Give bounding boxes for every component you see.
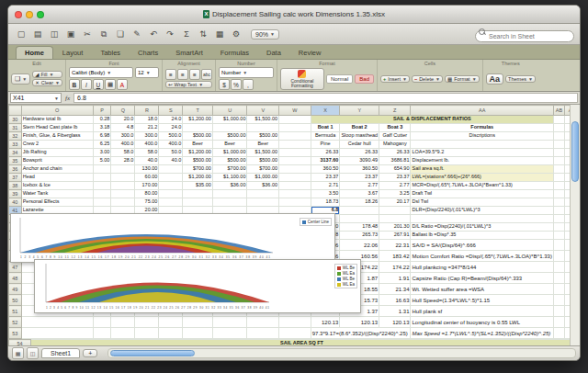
cell[interactable]: 400.0: [111, 141, 135, 149]
cell[interactable]: 5.00: [93, 157, 111, 165]
cell[interactable]: [159, 317, 183, 328]
clear-button[interactable]: ✕Clear▼: [32, 79, 62, 86]
copy-icon[interactable]: ⧉: [96, 28, 111, 41]
cell[interactable]: Boat 1: [311, 124, 340, 132]
cell-style-normal[interactable]: Normal: [326, 74, 353, 84]
percent-format-button[interactable]: %: [231, 79, 242, 90]
row-header-51[interactable]: 51: [9, 306, 22, 317]
cell[interactable]: 40.0: [159, 157, 183, 165]
cell[interactable]: 1.31: [379, 306, 411, 317]
cell[interactable]: Hull plank sf: [411, 306, 553, 317]
hull-sections-chart[interactable]: 1 2 3 4 5 6 7 8 9 10 11 12 13 14 15 16 1…: [10, 213, 335, 263]
cell[interactable]: Motion Comfort Ratio =Disp/(.65*(.7LWL+.…: [411, 251, 553, 262]
redo-icon[interactable]: ↷: [163, 28, 177, 41]
cell[interactable]: 26.33: [379, 149, 411, 157]
cell[interactable]: 21.2: [135, 124, 159, 132]
paste-icon[interactable]: ❏: [113, 28, 128, 41]
cell[interactable]: [159, 174, 183, 182]
col-header-Q[interactable]: Q: [111, 106, 135, 116]
minimize-button[interactable]: [26, 11, 33, 18]
cell[interactable]: [553, 174, 564, 182]
cell[interactable]: [212, 317, 247, 328]
cell[interactable]: Boat 3: [379, 124, 411, 132]
cell[interactable]: [379, 215, 411, 223]
cell[interactable]: Longitudinal center of buoyancy is 0.55 …: [411, 317, 553, 328]
cell[interactable]: [21, 317, 93, 328]
cell[interactable]: [279, 157, 311, 165]
cell[interactable]: [553, 215, 564, 223]
cell[interactable]: 360.50: [311, 165, 340, 174]
cell[interactable]: 300.0: [111, 132, 135, 141]
cell[interactable]: [183, 317, 213, 328]
cell[interactable]: $700.00: [212, 165, 247, 174]
cell[interactable]: 265.73: [340, 232, 379, 240]
cell[interactable]: [379, 207, 411, 215]
col-header-AA[interactable]: AA: [411, 106, 553, 116]
cell[interactable]: 6.98: [93, 132, 111, 141]
cell[interactable]: [159, 182, 183, 190]
cell[interactable]: [553, 149, 564, 157]
cell[interactable]: SAIL AREA SQ FT: [31, 340, 573, 346]
cut-icon[interactable]: ✂: [80, 28, 95, 41]
cell[interactable]: 400.0: [135, 141, 159, 149]
cell[interactable]: 500.0: [159, 132, 183, 141]
cell[interactable]: [111, 165, 135, 174]
tab-charts[interactable]: Charts: [130, 47, 166, 59]
row-header-39[interactable]: 39: [9, 190, 22, 198]
conditional-formatting-button[interactable]: Conditional Formatting: [280, 68, 324, 90]
cell[interactable]: 130.00: [135, 165, 159, 174]
cell[interactable]: 50.0: [159, 149, 183, 157]
cell[interactable]: DLR=(Disp/2240)/(.01*LWL)^3: [411, 207, 553, 215]
cell[interactable]: [247, 198, 279, 207]
cell[interactable]: 201.30: [379, 223, 411, 232]
cell[interactable]: Icebox & Ice: [21, 182, 93, 190]
cell[interactable]: 174.22: [379, 262, 411, 273]
cell[interactable]: D/L Ratio =Disp(2240)/(.01*LWL)^3: [411, 223, 553, 232]
cell[interactable]: [279, 198, 311, 207]
close-button[interactable]: [15, 11, 22, 18]
cell[interactable]: 97.3*9.17=(8.6*.352)/((Disp*2240)^.25): [311, 328, 411, 339]
cell[interactable]: $1,500.00: [247, 149, 279, 157]
cell[interactable]: $1,200.00: [183, 174, 213, 182]
cell[interactable]: Draft Twl: [411, 190, 553, 198]
cell[interactable]: [212, 124, 247, 132]
row-header-34[interactable]: 34: [9, 149, 22, 157]
cell[interactable]: [111, 317, 135, 328]
cell[interactable]: Anchor and chain: [21, 165, 93, 174]
cell[interactable]: [159, 198, 183, 207]
cell[interactable]: [553, 251, 564, 262]
cell[interactable]: 3.25: [379, 190, 411, 198]
cell[interactable]: [247, 124, 279, 132]
cell[interactable]: 3090.49: [340, 157, 379, 165]
cell[interactable]: 23.37: [340, 174, 379, 182]
format-cells-button[interactable]: ▦Format▼: [445, 75, 480, 83]
cell[interactable]: [553, 165, 564, 174]
cell[interactable]: [279, 317, 311, 328]
cell[interactable]: [183, 190, 213, 198]
cell[interactable]: 6.25: [93, 141, 111, 149]
col-header-Y[interactable]: Y: [340, 106, 379, 116]
cell[interactable]: 18.0: [135, 116, 159, 124]
cell[interactable]: 170.00: [135, 182, 159, 190]
italic-button[interactable]: I: [81, 79, 92, 90]
cell[interactable]: 120.13: [379, 317, 411, 328]
cell[interactable]: [279, 116, 311, 124]
cell[interactable]: $500.00: [247, 157, 279, 165]
page-layout-view-icon[interactable]: ◫: [27, 347, 39, 359]
cell[interactable]: Crew 2: [21, 141, 93, 149]
print-icon[interactable]: ▣: [63, 28, 78, 41]
cell[interactable]: Beer: [247, 141, 279, 149]
cell[interactable]: [553, 317, 564, 328]
cell[interactable]: [553, 157, 564, 165]
col-header-X[interactable]: X: [311, 106, 340, 116]
cell[interactable]: 360.50: [340, 165, 379, 174]
cell[interactable]: [21, 328, 93, 339]
cell[interactable]: 183.42: [379, 251, 411, 262]
orientation-button[interactable]: abc: [201, 69, 212, 80]
tab-review[interactable]: Review: [290, 47, 330, 59]
border-button[interactable]: ▦: [105, 79, 116, 90]
tab-home[interactable]: Home: [16, 46, 53, 59]
cell[interactable]: 3.67: [340, 190, 379, 198]
row-header-36[interactable]: 36: [9, 165, 22, 174]
cell[interactable]: [553, 132, 564, 141]
